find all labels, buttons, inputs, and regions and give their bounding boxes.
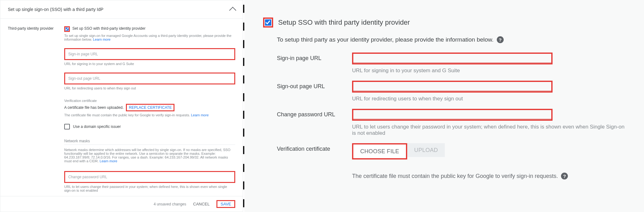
sso-enable-checkbox[interactable]: [64, 26, 70, 32]
sso-enable-checkbox-large[interactable]: [263, 18, 273, 28]
cpw-url-input[interactable]: Change password URL: [64, 171, 235, 183]
verify-uploaded-text: A certificate file has been uploaded.: [64, 105, 123, 110]
network-masks-body: Network masks determine which addresses …: [64, 148, 235, 163]
panel-title: Set up single sign-on (SSO) with a third…: [8, 7, 103, 12]
sso-enable-label: Set up SSO with third-party identity pro…: [72, 26, 145, 31]
signout-url-input[interactable]: Sign-out page URL: [64, 73, 235, 84]
replace-cert-button[interactable]: REPLACE CERTIFICATE: [126, 104, 174, 111]
upload-button[interactable]: UPLOAD: [407, 143, 445, 157]
cpw-label: Change password URL: [277, 109, 349, 118]
cpw-url-caption: URL to let users change their password i…: [64, 185, 235, 192]
domain-issuer-label: Use a domain specific issuer: [73, 124, 121, 129]
signin-caption: URL for signing in to your system and G …: [352, 68, 625, 74]
save-button[interactable]: SAVE: [216, 200, 235, 208]
chevron-up-icon: [229, 7, 236, 14]
choose-file-button[interactable]: CHOOSE FILE: [352, 143, 407, 159]
panel-footer: 4 unsaved changes CANCEL SAVE: [0, 196, 243, 212]
left-panel: Set up single sign-on (SSO) with a third…: [0, 0, 243, 212]
cert-note: The certificate file must contain the pu…: [352, 173, 558, 179]
cpw-url-input-large[interactable]: [352, 109, 553, 121]
signin-url-field: Sign-in page URL URL for signing in to y…: [64, 48, 235, 66]
signout-url-caption: URL for redirecting users to when they s…: [64, 86, 235, 90]
learn-more-link[interactable]: Learn more: [93, 38, 111, 41]
signout-url-input-large[interactable]: [352, 81, 553, 93]
signin-url-caption: URL for signing in to your system and G …: [64, 62, 235, 66]
signout-url-field: Sign-out page URL URL for redirecting us…: [64, 73, 235, 90]
domain-issuer-checkbox[interactable]: [64, 124, 70, 129]
panel-header[interactable]: Set up single sign-on (SSO) with a third…: [0, 0, 243, 19]
learn-more-link-3[interactable]: Learn more: [100, 159, 117, 163]
cpw-url-field: Change password URL URL to let users cha…: [64, 171, 235, 192]
verify-note: The certificate file must contain the pu…: [64, 113, 235, 117]
right-subtitle: To setup third party as your identity pr…: [277, 36, 494, 43]
signout-caption: URL for redirecting users to when they s…: [352, 96, 625, 102]
signin-url-input[interactable]: Sign-in page URL: [64, 48, 235, 60]
network-masks-rule: [64, 144, 235, 145]
side-label: Third-party identity provider: [8, 26, 64, 196]
signin-url-input-large[interactable]: [352, 53, 553, 64]
cancel-button[interactable]: CANCEL: [193, 202, 210, 206]
cpw-caption: URL to let users change their password i…: [352, 124, 625, 136]
verify-cert-label: Verification certificate: [64, 99, 235, 103]
sso-help-text: To set up single sign-on for managed Goo…: [64, 34, 235, 41]
help-icon[interactable]: ?: [497, 36, 504, 43]
signin-label: Sign-in page URL: [277, 53, 349, 62]
unsaved-text: 4 unsaved changes: [153, 202, 186, 206]
verify-label: Verification certificate: [277, 143, 349, 152]
right-title: Setup SSO with third party identity prov…: [278, 18, 410, 27]
signout-label: Sign-out page URL: [277, 81, 349, 90]
right-panel: Setup SSO with third party identity prov…: [244, 0, 644, 212]
learn-more-link-2[interactable]: Learn more: [191, 113, 209, 117]
network-masks-head: Network masks: [64, 139, 235, 143]
help-icon-2[interactable]: ?: [561, 173, 568, 179]
